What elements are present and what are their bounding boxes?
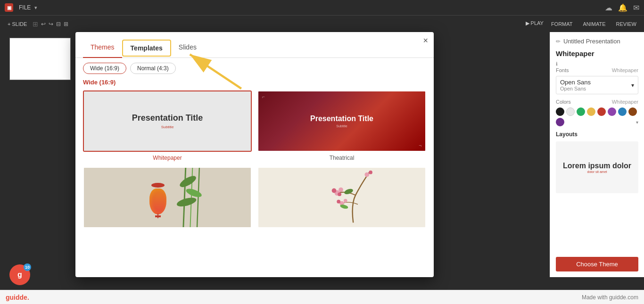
whitepaper-label: Whitepaper — [153, 155, 182, 161]
color-swatch-darkpurple[interactable] — [556, 118, 564, 126]
svg-point-15 — [364, 173, 369, 177]
normal-filter-button[interactable]: Normal (4:3) — [130, 63, 176, 74]
panel-presentation-title: Untitled Presentation — [563, 38, 620, 45]
modal-tabs: Themes Templates Slides — [75, 40, 434, 58]
notification-badge: 10 — [24, 263, 31, 271]
template-item-whitepaper[interactable]: Presentation Title Subtitle Whitepaper — [83, 90, 252, 161]
pencil-icon: ✏ — [556, 38, 561, 45]
color-swatch-brown[interactable] — [628, 107, 637, 116]
filter-row: Wide (16:9) Normal (4:3) — [75, 58, 434, 79]
color-swatch-orange[interactable] — [587, 107, 595, 116]
color-swatch-black[interactable] — [556, 107, 564, 116]
template-item-theatrical[interactable]: ⌐ Presentation Title Subtitle ¬ Theatric… — [257, 90, 426, 161]
svg-point-11 — [337, 200, 340, 204]
whitepaper-subtitle: Subtitle — [132, 125, 203, 129]
theatrical-corner-br: ¬ — [419, 143, 421, 148]
font-selector[interactable]: Open Sans Open Sans ▾ — [556, 76, 638, 94]
whitepaper-title: Presentation Title — [132, 113, 203, 123]
add-slide-button[interactable]: + SLIDE — [5, 20, 30, 28]
color-swatch-green[interactable] — [577, 107, 585, 116]
layout-icon[interactable]: ⊟ — [56, 21, 61, 27]
bell-icon[interactable]: 🔔 — [618, 3, 627, 12]
template-item-lantern[interactable] — [83, 167, 252, 231]
right-panel: ✏ Untitled Presentation Whitepaper ℹ Fon… — [550, 32, 644, 277]
svg-line-2 — [197, 168, 199, 227]
layout-preview: Lorem ipsum dolor dolor sit amet — [556, 141, 638, 193]
floral-svg — [258, 168, 425, 227]
guidde-bar: guidde. Made with guidde.com — [0, 290, 644, 304]
font-names: Open Sans Open Sans — [560, 79, 591, 91]
fonts-label: Fonts — [556, 67, 569, 73]
floral-preview — [258, 168, 425, 227]
modal-close-button[interactable]: × — [423, 36, 428, 46]
wide-filter-button[interactable]: Wide (16:9) — [83, 63, 126, 74]
slide-icon: ⊞ — [33, 20, 38, 28]
file-menu[interactable]: FILE — [19, 4, 31, 11]
mail-icon[interactable]: ✉ — [633, 3, 639, 12]
template-thumb-lantern[interactable] — [83, 167, 252, 228]
svg-point-3 — [178, 174, 198, 189]
modal-header: × — [75, 32, 434, 38]
guidde-logo: guidde. — [6, 294, 29, 301]
font-primary: Open Sans — [560, 79, 591, 86]
template-thumb-theatrical[interactable]: ⌐ Presentation Title Subtitle ¬ — [257, 90, 426, 152]
redo-icon[interactable]: ↪ — [49, 21, 53, 27]
color-swatch-lightgray[interactable] — [566, 107, 575, 116]
svg-point-16 — [369, 171, 372, 174]
fonts-row: Fonts Whitepaper — [556, 67, 638, 73]
choose-theme-button[interactable]: Choose Theme — [556, 257, 638, 271]
color-swatch-red[interactable] — [597, 107, 606, 116]
file-dropdown-icon[interactable]: ▾ — [34, 5, 37, 11]
format-button[interactable]: FORMAT — [548, 20, 576, 28]
theatrical-label: Theatrical — [330, 155, 355, 161]
layout-preview-sub: dolor sit amet — [563, 170, 631, 173]
svg-point-5 — [176, 196, 197, 208]
template-item-floral[interactable] — [257, 167, 426, 231]
undo-icon[interactable]: ↩ — [41, 21, 46, 27]
tab-slides[interactable]: Slides — [171, 40, 204, 58]
animate-button[interactable]: ANIMATE — [580, 20, 609, 28]
modal-body: Wide (16:9) Presentation Title Subtitle … — [75, 79, 434, 277]
template-thumb-floral[interactable] — [257, 167, 426, 228]
font-dropdown-chevron: ▾ — [631, 82, 634, 89]
theatrical-subtitle: Subtitle — [310, 124, 373, 128]
guidde-badge[interactable]: g 10 — [9, 264, 30, 285]
cloud-icon[interactable]: ☁ — [605, 3, 612, 12]
svg-line-0 — [183, 168, 186, 227]
bamboo-svg — [84, 168, 251, 227]
guidde-made-with-text: Made with guidde.com — [582, 294, 638, 301]
section-title: Wide (16:9) — [83, 79, 426, 86]
svg-point-8 — [339, 188, 343, 192]
toolbar-right: ▶ PLAY FORMAT ANIMATE REVIEW — [526, 20, 639, 28]
template-thumb-whitepaper[interactable]: Presentation Title Subtitle — [83, 90, 252, 152]
toolbar: + SLIDE ⊞ ↩ ↪ ⊟ ⊞ ▶ PLAY FORMAT ANIMATE … — [0, 15, 644, 32]
grid-icon[interactable]: ⊞ — [64, 21, 68, 27]
app-logo: ▣ — [5, 3, 13, 12]
svg-point-9 — [338, 192, 341, 196]
review-button[interactable]: REVIEW — [613, 20, 639, 28]
play-button[interactable]: ▶ PLAY — [526, 20, 544, 28]
svg-point-7 — [332, 189, 337, 193]
color-swatch-purple[interactable] — [608, 107, 616, 116]
theatrical-preview: ⌐ Presentation Title Subtitle ¬ — [258, 91, 425, 151]
colors-row: Colors Whitepaper — [556, 99, 638, 105]
tab-templates[interactable]: Templates — [122, 40, 171, 57]
theme-name: Whitepaper — [556, 49, 638, 58]
guidde-badge-letter: g — [17, 271, 22, 279]
colors-dropdown-chevron[interactable]: ▾ — [636, 120, 638, 125]
fonts-value: Whitepaper — [612, 67, 638, 73]
colors-value: Whitepaper — [612, 99, 638, 105]
lantern-preview — [84, 168, 251, 227]
slide-thumbnail — [9, 38, 71, 80]
panel-header: ✏ Untitled Presentation — [556, 38, 638, 45]
svg-point-12 — [344, 199, 347, 203]
colors-palette: ▾ — [556, 107, 638, 126]
theme-modal: × Themes Templates Slides Wide (16:9) No… — [75, 32, 434, 277]
tab-themes[interactable]: Themes — [83, 40, 122, 58]
color-swatch-blue[interactable] — [618, 107, 627, 116]
info-icon: ℹ — [556, 61, 558, 66]
colors-label: Colors — [556, 99, 571, 105]
font-secondary: Open Sans — [560, 86, 591, 91]
theatrical-corner-tl: ⌐ — [262, 94, 265, 99]
theatrical-title: Presentation Title — [310, 115, 373, 123]
